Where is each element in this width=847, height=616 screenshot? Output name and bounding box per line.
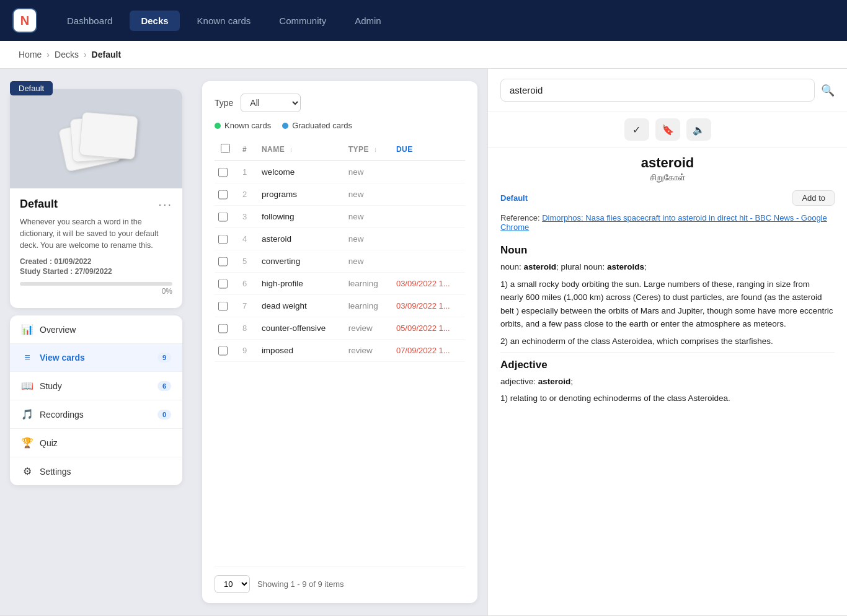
filter-row: Type All New Learning Review <box>215 94 465 112</box>
row-checkbox[interactable] <box>218 212 228 221</box>
row-name[interactable]: converting <box>255 250 342 273</box>
add-to-button[interactable]: Add to <box>792 190 835 206</box>
row-number: 9 <box>236 340 255 362</box>
nav-community[interactable]: Community <box>268 11 337 31</box>
row-due <box>390 206 465 228</box>
reference-prefix: Reference: <box>500 213 540 222</box>
row-checkbox[interactable] <box>218 301 228 310</box>
sidebar-item-settings[interactable]: ⚙ Settings <box>10 457 182 485</box>
sidebar-item-label-view-cards: View cards <box>40 353 85 363</box>
default-badge: Default <box>10 81 53 95</box>
row-checkbox[interactable] <box>218 190 228 199</box>
table-row: 8 counter-offensive review 05/09/2022 1.… <box>215 317 465 340</box>
row-type: new <box>342 161 390 183</box>
dict-reference-row: Reference: Dimorphos: Nasa flies spacecr… <box>488 211 847 238</box>
deck-title: Default <box>20 198 58 211</box>
table-row: 5 converting new <box>215 250 465 273</box>
dict-divider <box>500 352 835 353</box>
col-type: TYPE ↕ <box>342 139 390 161</box>
overview-icon: 📊 <box>21 323 33 335</box>
row-checkbox[interactable] <box>218 234 228 244</box>
row-checkbox[interactable] <box>218 257 228 266</box>
row-number: 3 <box>236 206 255 228</box>
table-row: 1 welcome new <box>215 161 465 183</box>
dict-transliteration: சிறுகோள் <box>500 172 835 183</box>
recordings-badge: 0 <box>157 410 171 420</box>
view-cards-icon: ≡ <box>21 352 33 363</box>
row-name[interactable]: programs <box>255 183 342 206</box>
breadcrumb-decks[interactable]: Decks <box>55 50 79 59</box>
search-icon[interactable]: 🔍 <box>821 84 835 97</box>
row-checkbox[interactable] <box>218 323 228 333</box>
deck-study-started: Study Started : 27/09/2022 <box>20 267 172 276</box>
row-checkbox[interactable] <box>218 167 228 177</box>
row-name[interactable]: asteroid <box>255 228 342 250</box>
sidebar-item-overview[interactable]: 📊 Overview <box>10 315 182 344</box>
row-due <box>390 183 465 206</box>
legend-known-label: Known cards <box>224 121 271 130</box>
cards-data-table: # NAME ↕ TYPE ↕ DUE 1 welcome new <box>215 139 465 362</box>
main-layout: Default Default ··· Whenever you search … <box>0 69 847 615</box>
sidebar-item-label-recordings: Recordings <box>40 410 84 420</box>
navbar: N Dashboard Decks Known cards Community … <box>0 0 847 41</box>
deck-menu-button[interactable]: ··· <box>158 197 172 211</box>
check-button[interactable]: ✓ <box>624 118 649 141</box>
sidebar-item-recordings[interactable]: 🎵 Recordings 0 <box>10 400 182 429</box>
search-input[interactable] <box>500 79 815 102</box>
legend-row: Known cards Graduated cards <box>215 121 465 130</box>
table-header-row: # NAME ↕ TYPE ↕ DUE <box>215 139 465 161</box>
sidebar-item-view-cards[interactable]: ≡ View cards 9 <box>10 344 182 372</box>
row-number: 5 <box>236 250 255 273</box>
row-name[interactable]: counter-offensive <box>255 317 342 340</box>
sidebar-item-quiz[interactable]: 🏆 Quiz <box>10 429 182 457</box>
row-name[interactable]: welcome <box>255 161 342 183</box>
row-checkbox[interactable] <box>218 279 228 288</box>
breadcrumb-current: Default <box>92 50 121 59</box>
row-number: 8 <box>236 317 255 340</box>
col-num: # <box>236 139 255 161</box>
row-checkbox[interactable] <box>218 346 228 355</box>
row-due <box>390 228 465 250</box>
bookmark-button[interactable]: 🔖 <box>655 118 680 141</box>
nav-admin[interactable]: Admin <box>344 11 392 31</box>
per-page-select[interactable]: 10 25 50 <box>215 575 250 593</box>
row-number: 6 <box>236 273 255 295</box>
nav-dashboard[interactable]: Dashboard <box>56 11 123 31</box>
row-name[interactable]: following <box>255 206 342 228</box>
row-due <box>390 250 465 273</box>
recordings-icon: 🎵 <box>21 408 33 420</box>
nav-decks[interactable]: Decks <box>130 11 179 31</box>
table-row: 9 imposed review 07/09/2022 1... <box>215 340 465 362</box>
dict-source-label: Default <box>500 193 528 203</box>
row-due <box>390 161 465 183</box>
row-indicator-cell <box>215 340 236 362</box>
audio-button[interactable]: 🔈 <box>686 118 711 141</box>
type-filter-select[interactable]: All New Learning Review <box>241 94 301 112</box>
nav-known-cards[interactable]: Known cards <box>186 11 262 31</box>
quiz-icon: 🏆 <box>21 437 33 449</box>
reference-link[interactable]: Dimorphos: Nasa flies spacecraft into as… <box>500 213 827 232</box>
deck-description: Whenever you search a word in the dictio… <box>20 216 172 251</box>
row-name[interactable]: dead weight <box>255 295 342 317</box>
search-bar-wrap: 🔍 <box>488 69 847 112</box>
progress-bar-wrap: 0% <box>20 282 172 296</box>
row-due: 03/09/2022 1... <box>390 295 465 317</box>
row-name[interactable]: imposed <box>255 340 342 362</box>
row-due: 07/09/2022 1... <box>390 340 465 362</box>
row-due: 03/09/2022 1... <box>390 273 465 295</box>
sidebar-item-label-settings: Settings <box>40 467 71 477</box>
card-stack-item-3 <box>79 112 138 160</box>
row-number: 7 <box>236 295 255 317</box>
dict-noun-def1: 1) a small rocky body orbiting the sun. … <box>500 278 835 331</box>
select-all-checkbox[interactable] <box>221 144 230 153</box>
legend-known-cards: Known cards <box>215 121 271 130</box>
dict-adj-intro: adjective: asteroid; <box>500 375 835 389</box>
logo[interactable]: N <box>12 8 37 33</box>
dict-source-row: Default Add to <box>488 187 847 211</box>
sidebar-item-study[interactable]: 📖 Study 6 <box>10 372 182 400</box>
row-type: review <box>342 340 390 362</box>
breadcrumb-home[interactable]: Home <box>19 50 42 59</box>
row-number: 4 <box>236 228 255 250</box>
row-name[interactable]: high-profile <box>255 273 342 295</box>
legend-graduated-label: Graduated cards <box>292 121 352 130</box>
